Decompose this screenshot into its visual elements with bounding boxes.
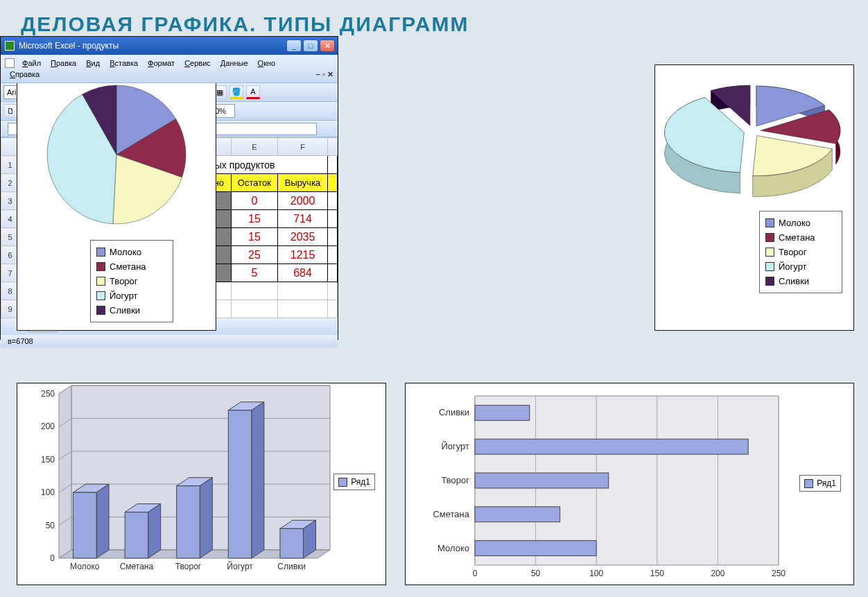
legend-swatch (765, 277, 774, 286)
legend-swatch (96, 262, 105, 271)
legend-swatch (765, 218, 774, 227)
pie-2d-panel: МолокоСметанаТворогЙогуртСливки (17, 64, 216, 331)
cell[interactable]: 25 (231, 246, 277, 264)
menu-file[interactable]: Файл (17, 58, 46, 69)
svg-text:Сливки: Сливки (277, 562, 306, 571)
svg-text:150: 150 (650, 569, 664, 578)
cell[interactable]: 5 (231, 264, 277, 282)
cell[interactable]: 15 (231, 210, 277, 228)
pie-3d-chart (655, 65, 853, 204)
menu-help[interactable]: Справка (5, 69, 44, 80)
inner-close-button[interactable]: – ▫ ✕ (316, 70, 333, 79)
cell[interactable]: 1215 (278, 246, 328, 264)
pie-2d-legend: МолокоСметанаТворогЙогуртСливки (90, 240, 173, 322)
svg-marker-22 (96, 484, 109, 558)
svg-rect-62 (475, 541, 596, 556)
column-3d-legend: Ряд1 (333, 474, 375, 490)
menu-insert[interactable]: Вставка (105, 58, 143, 69)
menu-data[interactable]: Данные (216, 58, 253, 69)
svg-text:Йогурт: Йогурт (441, 441, 469, 451)
column-3d-panel: 050100150200250МолокоСметанаТворогЙогурт… (17, 383, 386, 585)
excel-icon (5, 41, 15, 51)
svg-rect-39 (280, 528, 304, 558)
legend-row: Сливки (96, 303, 167, 318)
svg-text:250: 250 (772, 569, 785, 578)
page-title: ДЕЛОВАЯ ГРАФИКА. ТИПЫ ДИАГРАММ (0, 0, 868, 36)
svg-rect-27 (125, 512, 148, 558)
column-3d-legend-label: Ряд1 (351, 477, 370, 487)
menu-edit[interactable]: Правка (46, 58, 81, 69)
legend-swatch (765, 262, 774, 271)
pie-2d-chart (26, 75, 207, 234)
svg-rect-60 (475, 507, 560, 522)
col-header[interactable]: F (278, 138, 328, 156)
excel-doc-icon (5, 58, 15, 68)
cell[interactable]: 684 (278, 264, 328, 282)
font-color-button[interactable]: A (246, 85, 260, 99)
svg-rect-58 (475, 473, 609, 488)
legend-swatch (96, 277, 105, 286)
legend-row: Молоко (765, 216, 836, 230)
svg-marker-30 (200, 478, 212, 558)
legend-label: Сливки (110, 305, 140, 315)
svg-text:0: 0 (50, 553, 55, 563)
legend-label: Сливки (779, 276, 809, 286)
menu-service[interactable]: Сервис (180, 58, 216, 69)
legend-label: Сметана (110, 261, 146, 272)
svg-text:Сливки: Сливки (439, 407, 469, 417)
legend-row: Йогурт (96, 288, 167, 303)
cell[interactable]: 714 (278, 210, 328, 228)
excel-titlebar[interactable]: Microsoft Excel - продукты _ □ ✕ (1, 37, 338, 55)
svg-text:Йогурт: Йогурт (227, 561, 253, 571)
legend-row: Сливки (765, 274, 836, 288)
legend-label: Творог (110, 276, 138, 286)
cell[interactable]: 0 (231, 192, 277, 210)
legend-label: Сметана (779, 232, 815, 243)
bar-h-legend: Ряд1 (799, 475, 841, 492)
legend-row: Творог (765, 245, 836, 259)
svg-text:Творог: Творог (441, 475, 469, 485)
legend-swatch (765, 233, 774, 242)
svg-rect-23 (73, 492, 97, 558)
col-header[interactable]: E (231, 138, 277, 156)
svg-text:200: 200 (711, 569, 724, 578)
svg-text:0: 0 (473, 569, 478, 578)
cell[interactable]: 15 (231, 228, 277, 246)
svg-text:Творог: Творог (175, 562, 202, 571)
fill-color-button[interactable]: 🪣 (229, 85, 243, 99)
cell[interactable]: 2035 (278, 228, 328, 246)
menu-view[interactable]: Вид (81, 58, 105, 69)
status-bar: в=6708 (1, 335, 338, 347)
svg-text:250: 250 (41, 389, 55, 399)
menu-window[interactable]: Окно (253, 58, 281, 69)
svg-marker-2 (59, 386, 71, 558)
pie-3d-legend: МолокоСметанаТворогЙогуртСливки (759, 211, 842, 293)
close-button[interactable]: ✕ (320, 40, 335, 52)
svg-marker-26 (148, 504, 161, 558)
svg-rect-54 (475, 405, 530, 420)
legend-swatch (96, 248, 105, 257)
legend-row: Сметана (96, 259, 167, 274)
legend-label: Молоко (110, 247, 141, 257)
cell[interactable]: 2000 (278, 192, 328, 210)
svg-rect-56 (475, 439, 748, 454)
table-header: Остаток (231, 174, 277, 192)
new-button[interactable]: 🗋 (3, 104, 17, 118)
minimize-button[interactable]: _ (286, 40, 302, 52)
table-header: Выручка (278, 174, 328, 192)
excel-title: Microsoft Excel - продукты (19, 41, 119, 51)
svg-text:Молоко: Молоко (437, 543, 469, 553)
svg-text:100: 100 (41, 487, 55, 497)
bar-h-chart: 050100150200250СливкиЙогуртТворогСметана… (406, 383, 855, 586)
svg-marker-34 (252, 402, 264, 558)
svg-text:150: 150 (41, 455, 55, 465)
menu-format[interactable]: Формат (143, 58, 180, 69)
svg-text:Сметана: Сметана (120, 562, 154, 571)
svg-text:50: 50 (531, 569, 541, 578)
svg-text:Сметана: Сметана (433, 509, 469, 519)
maximize-button[interactable]: □ (303, 40, 318, 52)
column-3d-chart: 050100150200250МолокоСметанаТворогЙогурт… (17, 383, 387, 586)
legend-row: Творог (96, 274, 167, 288)
svg-text:50: 50 (46, 521, 55, 530)
excel-menubar: Файл Правка Вид Вставка Формат Сервис Да… (1, 55, 338, 83)
